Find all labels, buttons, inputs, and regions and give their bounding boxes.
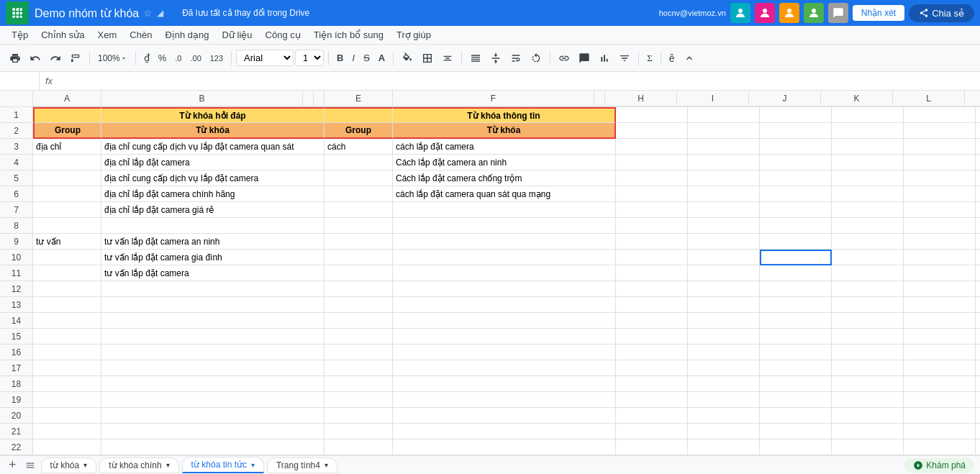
cell-m14[interactable] xyxy=(976,313,980,329)
cell-f8[interactable] xyxy=(393,218,616,234)
cell-b13[interactable] xyxy=(101,297,325,313)
valign-button[interactable] xyxy=(486,50,505,66)
cell-e20[interactable] xyxy=(325,408,393,424)
cell-a18[interactable] xyxy=(33,376,101,392)
cell-m20[interactable] xyxy=(976,408,980,424)
cell-j6[interactable] xyxy=(760,186,832,202)
avatar-1[interactable] xyxy=(730,3,750,23)
cell-h20[interactable] xyxy=(616,408,688,424)
cell-f3[interactable]: cách lắp đặt camera xyxy=(393,139,616,155)
font-selector[interactable]: Arial xyxy=(236,50,294,66)
cell-l22[interactable] xyxy=(904,439,976,455)
menu-du-lieu[interactable]: Dữ liệu xyxy=(217,27,258,42)
cell-i9[interactable] xyxy=(688,234,760,250)
row-num-17[interactable]: 17 xyxy=(0,360,32,376)
cell-a11[interactable] xyxy=(33,265,101,281)
cell-m1[interactable] xyxy=(976,107,980,123)
cell-h5[interactable] xyxy=(616,170,688,186)
row-num-7[interactable]: 7 xyxy=(0,202,32,218)
cell-j20[interactable] xyxy=(760,408,832,424)
cell-b2[interactable]: Từ khóa xyxy=(101,123,325,139)
cell-m19[interactable] xyxy=(976,392,980,408)
cell-b12[interactable] xyxy=(101,281,325,297)
cell-m11[interactable] xyxy=(976,265,980,281)
cell-k9[interactable] xyxy=(832,234,904,250)
cell-a14[interactable] xyxy=(33,313,101,329)
cell-b15[interactable] xyxy=(101,329,325,345)
cell-b14[interactable] xyxy=(101,313,325,329)
cell-i4[interactable] xyxy=(688,155,760,170)
cell-l18[interactable] xyxy=(904,376,976,392)
bold-button[interactable]: B xyxy=(333,50,347,65)
cell-a10[interactable] xyxy=(33,250,101,265)
row-num-6[interactable]: 6 xyxy=(0,186,32,202)
col-header-e[interactable]: E xyxy=(325,91,393,106)
cell-i1[interactable] xyxy=(688,107,760,123)
cell-k1[interactable] xyxy=(832,107,904,123)
cell-h9[interactable] xyxy=(616,234,688,250)
formula-input[interactable] xyxy=(58,76,980,86)
cell-l15[interactable] xyxy=(904,329,976,345)
currency-button[interactable]: ₫ xyxy=(140,50,153,65)
cell-h21[interactable] xyxy=(616,424,688,439)
avatar-2[interactable] xyxy=(755,3,775,23)
zoom-button[interactable]: 100% xyxy=(94,51,131,65)
cell-a15[interactable] xyxy=(33,329,101,345)
sheet-tab-tu-khoa[interactable]: từ khóa ▾ xyxy=(41,457,97,466)
cell-h16[interactable] xyxy=(616,345,688,360)
cell-e2[interactable]: Group xyxy=(325,123,393,139)
cell-i12[interactable] xyxy=(688,281,760,297)
row-num-9[interactable]: 9 xyxy=(0,234,32,250)
add-sheet-button[interactable]: + xyxy=(6,457,19,465)
cell-a20[interactable] xyxy=(33,408,101,424)
cell-f13[interactable] xyxy=(393,297,616,313)
row-num-12[interactable]: 12 xyxy=(0,281,32,297)
cell-j14[interactable] xyxy=(760,313,832,329)
cell-e5[interactable] xyxy=(325,170,393,186)
cell-e22[interactable] xyxy=(325,439,393,455)
row-num-20[interactable]: 20 xyxy=(0,408,32,424)
cell-m15[interactable] xyxy=(976,329,980,345)
cell-e19[interactable] xyxy=(325,392,393,408)
cell-m9[interactable] xyxy=(976,234,980,250)
cell-l20[interactable] xyxy=(904,408,976,424)
menu-chen[interactable]: Chèn xyxy=(124,27,158,42)
cell-reference[interactable] xyxy=(0,72,40,90)
cell-e7[interactable] xyxy=(325,202,393,218)
cell-h18[interactable] xyxy=(616,376,688,392)
cell-j16[interactable] xyxy=(760,345,832,360)
cell-i2[interactable] xyxy=(688,123,760,139)
cell-j2[interactable] xyxy=(760,123,832,139)
cell-a3[interactable]: địa chỉ xyxy=(33,139,101,155)
cell-k20[interactable] xyxy=(832,408,904,424)
cell-h8[interactable] xyxy=(616,218,688,234)
cell-k13[interactable] xyxy=(832,297,904,313)
cell-b4[interactable]: địa chỉ lắp đặt camera xyxy=(101,155,325,170)
comment-insert-button[interactable] xyxy=(575,50,594,66)
cell-i8[interactable] xyxy=(688,218,760,234)
cell-j4[interactable] xyxy=(760,155,832,170)
cell-l13[interactable] xyxy=(904,297,976,313)
redo-button[interactable] xyxy=(46,50,65,66)
cell-l6[interactable] xyxy=(904,186,976,202)
cell-j17[interactable] xyxy=(760,360,832,376)
menu-xem[interactable]: Xem xyxy=(92,27,123,42)
cell-h15[interactable] xyxy=(616,329,688,345)
cell-b21[interactable] xyxy=(101,424,325,439)
cell-f14[interactable] xyxy=(393,313,616,329)
cell-a8[interactable] xyxy=(33,218,101,234)
collapse-button[interactable] xyxy=(680,50,699,66)
cell-f16[interactable] xyxy=(393,345,616,360)
cell-e12[interactable] xyxy=(325,281,393,297)
cell-k14[interactable] xyxy=(832,313,904,329)
font-color-button[interactable]: A xyxy=(375,50,389,65)
sheet-tab-trang-tinh4[interactable]: Trang tính4 ▾ xyxy=(267,457,337,466)
cell-b3[interactable]: địa chỉ cung cấp dịch vụ lắp đặt camera … xyxy=(101,139,325,155)
cell-f4[interactable]: Cách lắp đặt camera an ninh xyxy=(393,155,616,170)
cell-m17[interactable] xyxy=(976,360,980,376)
cell-f2[interactable]: Từ khóa xyxy=(393,123,616,139)
cell-k7[interactable] xyxy=(832,202,904,218)
row-num-22[interactable]: 22 xyxy=(0,439,32,455)
cell-l3[interactable] xyxy=(904,139,976,155)
cell-h7[interactable] xyxy=(616,202,688,218)
